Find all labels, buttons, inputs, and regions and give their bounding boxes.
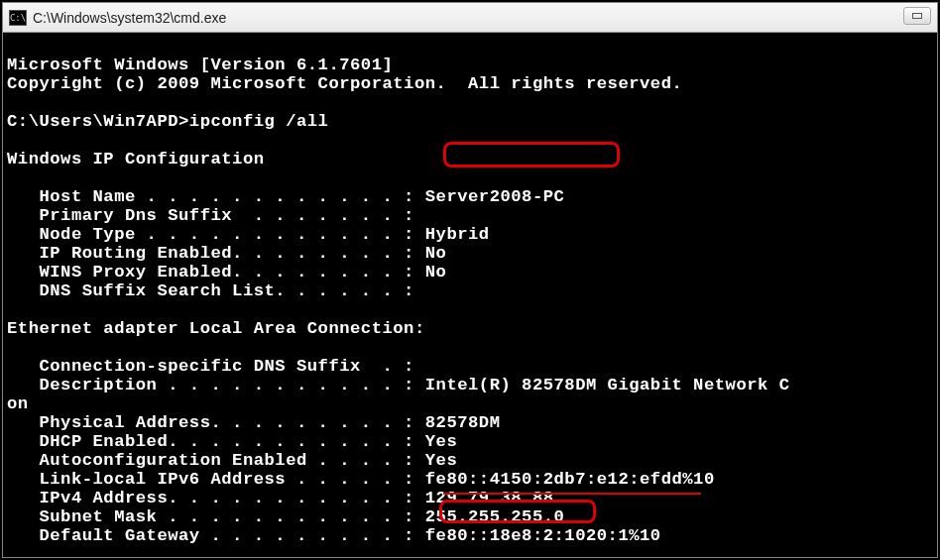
copyright-line: Copyright (c) 2009 Microsoft Corporation… xyxy=(7,74,682,93)
row-dns-suffix-list: DNS Suffix Search List. . . . . . : xyxy=(7,281,414,300)
highlight-host-name xyxy=(443,142,620,168)
window-controls xyxy=(903,7,931,25)
row-host-name: Host Name . . . . . . . . . . . . : Serv… xyxy=(7,187,564,206)
adapter-header: Ethernet adapter Local Area Connection: xyxy=(7,319,425,338)
row-subnet: Subnet Mask . . . . . . . . . . . : 255.… xyxy=(7,507,564,526)
row-wins-proxy: WINS Proxy Enabled. . . . . . . . : No xyxy=(7,263,446,281)
blank-line xyxy=(7,93,18,112)
prompt-line: C:\Users\Win7APD>ipconfig /all xyxy=(7,112,328,131)
row-dhcp: DHCP Enabled. . . . . . . . . . . : Yes xyxy=(7,432,457,451)
minimize-button[interactable] xyxy=(903,7,931,25)
blank-line xyxy=(7,131,18,150)
terminal-output[interactable]: Microsoft Windows [Version 6.1.7601] Cop… xyxy=(3,33,937,557)
row-linklocal: Link-local IPv6 Address . . . . . : fe80… xyxy=(7,470,715,489)
row-conn-suffix: Connection-specific DNS Suffix . : xyxy=(7,357,414,376)
titlebar[interactable]: C:\ C:\Windows\system32\cmd.exe xyxy=(3,3,937,33)
blank-line xyxy=(7,168,18,187)
cmd-window: C:\ C:\Windows\system32\cmd.exe Microsof… xyxy=(2,2,938,558)
prompt-command: ipconfig /all xyxy=(189,112,329,131)
host-name-value: Server2008-PC xyxy=(425,187,565,206)
window-title: C:\Windows\system32\cmd.exe xyxy=(33,10,226,26)
row-ipv4: IPv4 Address. . . . . . . . . . . : 129.… xyxy=(7,489,554,507)
row-gateway: Default Gateway . . . . . . . . . : fe80… xyxy=(7,526,661,545)
row-primary-dns: Primary Dns Suffix . . . . . . . : xyxy=(7,206,414,225)
row-node-type: Node Type . . . . . . . . . . . . : Hybr… xyxy=(7,225,490,244)
ipconfig-header: Windows IP Configuration xyxy=(7,150,265,168)
row-phys-addr: Physical Address. . . . . . . . . : 8257… xyxy=(7,413,500,432)
version-line: Microsoft Windows [Version 6.1.7601] xyxy=(7,56,393,74)
ipv4-value: 129.79.38.88 xyxy=(425,489,554,507)
row-description: Description . . . . . . . . . . . : Inte… xyxy=(7,376,789,394)
blank-line xyxy=(7,300,18,319)
row-description-wrap: on xyxy=(7,394,29,413)
prompt-path: C:\Users\Win7APD> xyxy=(7,112,189,131)
cmd-icon: C:\ xyxy=(9,10,27,26)
row-autoconf: Autoconfiguration Enabled . . . . : Yes xyxy=(7,451,457,470)
row-ip-routing: IP Routing Enabled. . . . . . . . : No xyxy=(7,244,446,263)
blank-line xyxy=(7,338,18,357)
strike-linklocal xyxy=(443,493,701,495)
